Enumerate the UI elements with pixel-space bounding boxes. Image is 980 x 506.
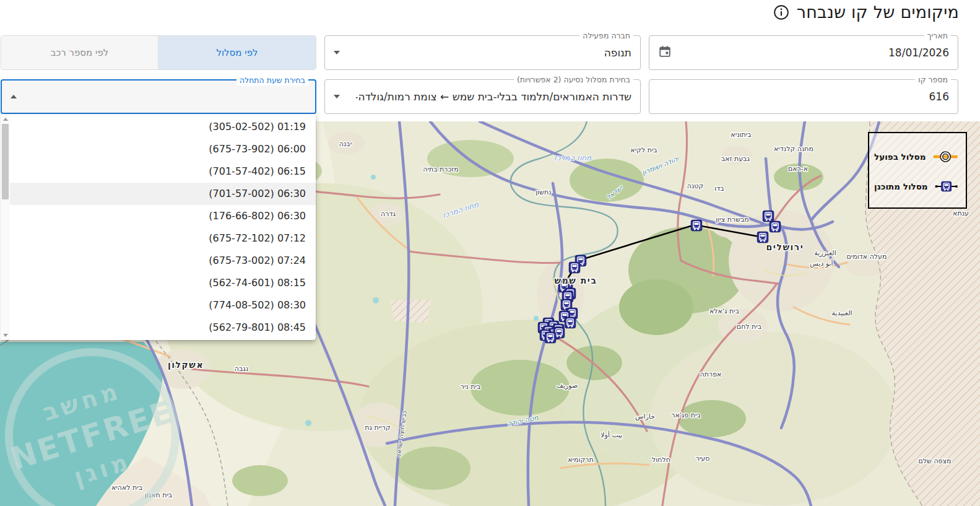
map-label: יבנה (339, 140, 352, 148)
actual-route-icon (932, 150, 958, 164)
legend-label-planned: מסלול מתוכנן (874, 181, 928, 191)
start-time-option[interactable]: (305-02-502) 01:19 (10, 116, 316, 138)
map-label: ענתא (953, 209, 969, 217)
map-label: אפרתה (700, 370, 722, 378)
page-header: מיקומים של קו שנבחר (773, 2, 959, 22)
map-label: נגבה (235, 365, 248, 373)
legend-row-actual: מסלול בפועל (874, 142, 958, 172)
map-label: ירושלים (766, 242, 804, 252)
route-select[interactable]: בחירת מסלול נסיעה (2 אפשרויות) שדרות האמ… (324, 79, 641, 114)
map-label: בית לאהיא (111, 484, 142, 492)
operator-select-value: תנופה (356, 36, 631, 69)
map-label: בית לחם (737, 323, 761, 331)
chevron-up-icon (11, 95, 17, 98)
start-time-listbox: (305-02-502) 01:19(675-73-902) 06:00(701… (10, 116, 316, 339)
map-label: נחשון (536, 188, 551, 196)
search-mode-tabs: לפי מסלול לפי מספר רכב (1, 35, 316, 70)
map-label: العبيدية (831, 309, 852, 317)
map-label: בית ג'אלא (709, 307, 739, 315)
map-label: גדרה (381, 210, 396, 218)
bus-marker[interactable] (691, 220, 702, 231)
bus-marker[interactable] (763, 211, 774, 222)
map-label: סעיר (696, 455, 710, 463)
bus-marker[interactable] (757, 232, 768, 243)
start-time-option[interactable]: (562-79-801) 08:45 (10, 316, 316, 339)
map-label: בדו (714, 185, 724, 193)
map-label: קריית גת (365, 424, 390, 432)
map-label: חלחול (652, 456, 670, 464)
tab-by-route[interactable]: לפי מסלול (158, 36, 316, 69)
bus-marker[interactable] (569, 262, 580, 273)
map-label: מבשרת ציון (716, 216, 749, 224)
map-label: בית לקיא (630, 146, 657, 154)
map-label: בית שמש (555, 276, 597, 286)
map-label: מצפה שלם (919, 457, 952, 465)
map-label: ביתוניא (731, 131, 751, 139)
map-label: بيت أولا (601, 430, 622, 439)
start-time-option[interactable]: (675-72-102) 07:12 (10, 227, 316, 250)
map-label: בית פג'אר (671, 411, 701, 419)
map-label: תרקומיא (568, 456, 594, 464)
start-time-option[interactable]: (701-57-402) 06:15 (10, 160, 316, 183)
calendar-icon[interactable] (658, 45, 672, 61)
bus-marker[interactable] (770, 221, 781, 232)
dropdown-scrollbar[interactable] (0, 115, 10, 340)
start-time-option[interactable]: (774-08-502) 08:30 (10, 294, 316, 316)
start-time-option[interactable]: (675-73-902) 06:00 (10, 138, 316, 160)
tab-by-vehicle-number[interactable]: לפי מספר רכב (1, 36, 158, 69)
map-label: בית חאנון (145, 491, 172, 499)
date-field-value: 18/01/2026 (652, 36, 949, 69)
chevron-down-icon (334, 95, 340, 98)
map-label: א-ראם (788, 165, 808, 173)
legend-row-planned: מסלול מתוכנן (874, 172, 958, 201)
map-label: אשקלון (168, 360, 204, 370)
map-label: קטנה (687, 182, 704, 190)
map-label: خاراس (635, 412, 655, 421)
map-label: أبو ديس (810, 259, 833, 268)
map-label: מזכרת בתיה (423, 165, 458, 173)
map-label: صوريف (557, 382, 578, 390)
map-label: מחוז המרכז (554, 154, 592, 162)
scroll-down-icon[interactable] (3, 334, 8, 337)
planned-route-icon (934, 180, 958, 193)
start-time-option[interactable]: (176-66-802) 06:30 (10, 205, 316, 227)
operator-select[interactable]: חברה מפעילה תנופה (324, 35, 641, 70)
bus-marker[interactable] (565, 317, 576, 328)
map-label: العيزرية (814, 249, 836, 257)
line-number-field[interactable]: מספר קו 616 (649, 79, 958, 114)
map-label: מחנה קלנדיא (774, 145, 813, 153)
filter-bar: תאריך 18/01/2026 חברה מפעילה תנופה לפי מ… (1, 35, 958, 114)
map-label: בית ניר (461, 383, 481, 391)
scrollbar-thumb[interactable] (2, 124, 9, 199)
line-number-value: 616 (652, 80, 949, 113)
legend-label-actual: מסלול בפועל (874, 152, 926, 162)
map-legend: מסלול בפועל מסלול מתוכנן (868, 132, 967, 209)
info-icon[interactable] (773, 4, 789, 20)
start-time-dropdown-panel: (305-02-502) 01:19(675-73-902) 06:00(701… (0, 115, 316, 340)
page-title: מיקומים של קו שנבחר (797, 2, 959, 22)
start-time-option[interactable]: (701-57-002) 06:30 (10, 183, 316, 205)
start-time-select-value (33, 81, 306, 113)
chevron-down-icon (334, 51, 340, 55)
scroll-up-icon[interactable] (3, 118, 8, 121)
start-time-option[interactable]: (562-74-601) 08:15 (10, 272, 316, 294)
start-time-select[interactable]: בחירת שעת התחלה (1, 79, 316, 114)
route-select-value: שדרות האמוראים/תלמוד בבלי-בית שמש ← צומת… (356, 80, 631, 113)
start-time-option[interactable]: (675-73-002) 07:24 (10, 250, 316, 272)
bus-marker[interactable] (545, 332, 556, 343)
date-field[interactable]: תאריך 18/01/2026 (649, 35, 958, 70)
map-label: מעלה אדומים (847, 253, 887, 261)
map-label: גבעת זאב (721, 155, 750, 163)
